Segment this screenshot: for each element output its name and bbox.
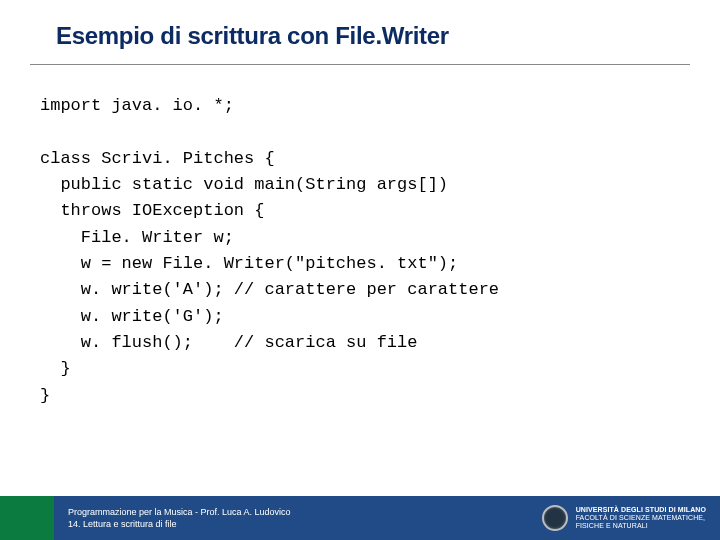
title-area: Esempio di scrittura con File.Writer: [0, 0, 720, 58]
slide-title: Esempio di scrittura con File.Writer: [56, 22, 720, 50]
footer-course-line: Programmazione per la Musica - Prof. Luc…: [68, 506, 530, 518]
faculty-name: FACOLTÀ DI SCIENZE MATEMATICHE, FISICHE …: [576, 514, 706, 530]
university-text: UNIVERSITÀ DEGLI STUDI DI MILANO FACOLTÀ…: [576, 506, 706, 530]
slide: Esempio di scrittura con File.Writer imp…: [0, 0, 720, 540]
university-name: UNIVERSITÀ DEGLI STUDI DI MILANO: [576, 506, 706, 514]
footer-bar: Programmazione per la Musica - Prof. Luc…: [0, 496, 720, 540]
university-seal-icon: [542, 505, 568, 531]
footer-chapter-line: 14. Lettura e scrittura di file: [68, 518, 530, 530]
slide-body: import java. io. *; class Scrivi. Pitche…: [0, 65, 720, 540]
footer-logo: UNIVERSITÀ DEGLI STUDI DI MILANO FACOLTÀ…: [530, 496, 720, 540]
code-block: import java. io. *; class Scrivi. Pitche…: [40, 93, 680, 409]
footer-accent: [0, 496, 54, 540]
footer-info: Programmazione per la Musica - Prof. Luc…: [54, 496, 530, 540]
